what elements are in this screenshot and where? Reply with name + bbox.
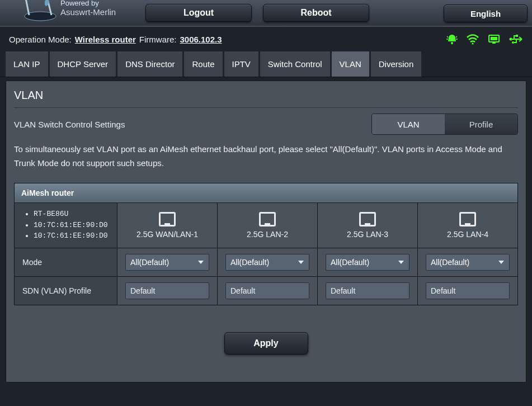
info-text: To simultaneously set VLAN port as an Ai… xyxy=(14,143,518,171)
sdn-label: SDN (VLAN) Profile xyxy=(15,276,117,305)
mode-select-port-3[interactable]: All(Default) xyxy=(326,254,409,271)
powered-by-banner: Powered by Asuswrt-Merlin xyxy=(60,0,150,22)
port-label-3: 2.5G LAN-3 xyxy=(322,230,413,239)
monitor-icon[interactable] xyxy=(487,34,501,45)
language-selector[interactable]: English xyxy=(444,4,528,22)
ethernet-port-icon xyxy=(459,212,476,226)
svg-point-1 xyxy=(451,42,453,44)
sdn-value-port-1: Default xyxy=(125,282,209,299)
device-model: RT-BE86U xyxy=(34,209,109,220)
port-label-1: 2.5G WAN/LAN-1 xyxy=(122,230,213,239)
main-panel: VLAN VLAN Switch Control Settings VLAN P… xyxy=(6,81,526,383)
mode-select-port-1[interactable]: All(Default) xyxy=(125,254,209,271)
svg-rect-4 xyxy=(491,37,497,40)
svg-rect-5 xyxy=(492,43,496,44)
apply-button[interactable]: Apply xyxy=(224,332,308,355)
table-row-sdn: SDN (VLAN) Profile Default Default Defau… xyxy=(15,276,518,305)
device-mac-1: 10:7C:61:EE:90:D0 xyxy=(34,220,109,231)
tab-lan-ip[interactable]: LAN IP xyxy=(6,51,48,77)
sdn-value-port-3: Default xyxy=(326,282,409,299)
sdn-value-port-2: Default xyxy=(225,282,309,299)
svg-point-8 xyxy=(512,41,514,44)
svg-rect-7 xyxy=(516,35,518,37)
mode-select-port-2[interactable]: All(Default) xyxy=(225,254,309,271)
top-buttons: Logout Reboot xyxy=(145,4,369,22)
reboot-button[interactable]: Reboot xyxy=(263,4,369,22)
device-mac-2: 10:7C:61:EE:90:D0 xyxy=(34,230,109,242)
svg-point-2 xyxy=(472,43,473,44)
toggle-profile[interactable]: Profile xyxy=(445,114,517,134)
vlan-table: AiMesh router RT-BE86U 10:7C:61:EE:90:D0… xyxy=(14,183,518,305)
mode-label: Mode xyxy=(15,248,117,276)
firmware-label: Firmware: xyxy=(139,35,177,44)
toggle-vlan[interactable]: VLAN xyxy=(372,114,445,134)
port-head-2: 2.5G LAN-2 xyxy=(218,202,318,248)
port-head-4: 2.5G LAN-4 xyxy=(418,202,518,248)
tab-dhcp-server[interactable]: DHCP Server xyxy=(50,51,116,77)
status-icons xyxy=(446,34,523,45)
ethernet-port-icon xyxy=(359,212,376,226)
language-button[interactable]: English xyxy=(444,4,528,22)
subheader: VLAN Switch Control Settings xyxy=(14,120,125,129)
tab-vlan[interactable]: VLAN xyxy=(332,51,369,77)
ethernet-port-icon xyxy=(259,212,276,226)
wifi-icon[interactable] xyxy=(466,34,479,45)
status-line: Operation Mode: Wireless router Firmware… xyxy=(0,27,532,51)
usb-icon[interactable] xyxy=(509,34,523,45)
subheader-row: VLAN Switch Control Settings VLAN Profil… xyxy=(14,114,518,135)
port-head-1: 2.5G WAN/LAN-1 xyxy=(117,202,218,248)
port-head-3: 2.5G LAN-3 xyxy=(318,202,418,248)
port-label-2: 2.5G LAN-2 xyxy=(222,230,313,239)
router-icon xyxy=(21,0,59,22)
tab-dns-director[interactable]: DNS Director xyxy=(117,51,182,77)
brand-area: Powered by Asuswrt-Merlin xyxy=(0,0,145,26)
tab-diversion[interactable]: Diversion xyxy=(371,51,422,77)
port-label-4: 2.5G LAN-4 xyxy=(422,230,513,239)
mode-select-port-4[interactable]: All(Default) xyxy=(426,254,510,271)
table-row-mode: Mode All(Default) All(Default) All(Defau… xyxy=(15,248,518,276)
firmware-value[interactable]: 3006.102.3 xyxy=(180,35,222,44)
sub-tabs: LAN IP DHCP Server DNS Director Route IP… xyxy=(0,51,532,77)
operation-mode-label: Operation Mode: xyxy=(9,35,72,44)
powered-by-label: Powered by xyxy=(60,0,150,7)
tab-iptv[interactable]: IPTV xyxy=(224,51,258,77)
vlan-profile-toggle: VLAN Profile xyxy=(371,114,518,135)
tab-route[interactable]: Route xyxy=(184,51,222,77)
tab-switch-control[interactable]: Switch Control xyxy=(260,51,330,77)
page-title: VLAN xyxy=(14,89,518,108)
operation-mode-value[interactable]: Wireless router xyxy=(75,35,136,44)
sdn-value-port-4: Default xyxy=(426,282,510,299)
table-section-head: AiMesh router xyxy=(15,183,518,202)
notification-bell-icon[interactable] xyxy=(446,34,458,45)
logout-button[interactable]: Logout xyxy=(145,4,252,22)
top-bar: Powered by Asuswrt-Merlin Logout Reboot … xyxy=(0,0,532,27)
ethernet-port-icon xyxy=(159,212,176,226)
firmware-brand: Asuswrt-Merlin xyxy=(60,7,150,17)
apply-row: Apply xyxy=(14,332,518,355)
device-cell: RT-BE86U 10:7C:61:EE:90:D0 10:7C:61:EE:9… xyxy=(15,202,117,248)
